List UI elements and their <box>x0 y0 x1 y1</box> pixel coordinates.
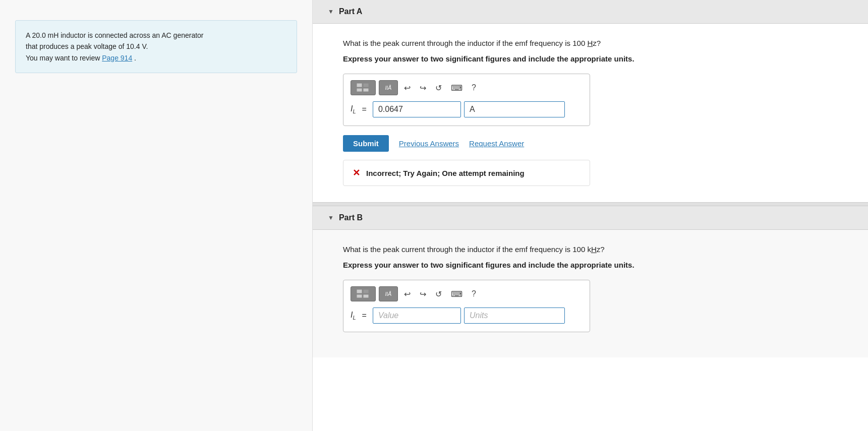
error-icon: ✕ <box>353 167 360 178</box>
part-a-request-answer-button[interactable]: Request Answer <box>469 139 524 148</box>
part-a-value-input[interactable] <box>373 101 461 117</box>
part-a-format-btn1[interactable] <box>351 80 376 95</box>
part-b-label: Part B <box>339 213 363 222</box>
part-a-submit-button[interactable]: Submit <box>343 135 389 152</box>
grid-icon-b <box>356 289 370 299</box>
part-b-subscript: L <box>353 315 356 321</box>
part-a-feedback-text: Incorrect; Try Again; One attempt remain… <box>366 169 525 177</box>
part-b-chevron-icon: ▼ <box>328 214 334 221</box>
part-b-header[interactable]: ▼ Part B <box>313 206 868 230</box>
part-b-help-btn[interactable]: ? <box>469 287 479 300</box>
part-b-instruction: Express your answer to two significant f… <box>343 260 843 271</box>
part-b-keyboard-btn[interactable]: ⌨ <box>448 287 466 301</box>
part-a-units-input[interactable] <box>464 101 565 117</box>
part-b-undo-btn[interactable]: ↩ <box>401 287 414 301</box>
part-a-submit-row: Submit Previous Answers Request Answer <box>343 135 843 152</box>
part-a-toolbar: IIÅ ↩ ↪ ↺ ⌨ ? <box>351 80 583 95</box>
svg-rect-3 <box>363 88 369 92</box>
page-link[interactable]: Page 914 <box>102 54 132 62</box>
part-a-keyboard-btn[interactable]: ⌨ <box>448 81 466 95</box>
part-a-question: What is the peak current through the ind… <box>343 38 843 49</box>
part-a-label: Part A <box>339 7 363 16</box>
part-a-content: What is the peak current through the ind… <box>313 24 868 202</box>
svg-rect-5 <box>363 289 369 293</box>
part-b-question: What is the peak current through the ind… <box>343 244 843 256</box>
svg-rect-4 <box>357 289 362 293</box>
part-a-feedback-box: ✕ Incorrect; Try Again; One attempt rema… <box>343 160 590 186</box>
part-a-undo-btn[interactable]: ↩ <box>401 81 414 95</box>
part-b-format-btn1[interactable] <box>351 286 376 301</box>
part-a-subscript: L <box>353 108 356 114</box>
part-b-redo-btn[interactable]: ↪ <box>417 287 429 301</box>
part-a-input-row: IL = <box>351 101 583 117</box>
svg-rect-1 <box>363 83 369 87</box>
part-b-content: What is the peak current through the ind… <box>313 230 868 357</box>
grid-icon <box>356 83 370 93</box>
svg-rect-7 <box>363 294 369 298</box>
part-b-format-btn2[interactable]: IIÅ <box>379 286 398 301</box>
part-b-value-input[interactable] <box>373 307 461 324</box>
part-b-variable-label: IL <box>351 311 356 321</box>
part-b-units-input[interactable] <box>464 307 565 324</box>
part-a-header[interactable]: ▼ Part A <box>313 0 868 24</box>
left-panel: A 20.0 mH inductor is connected across a… <box>0 0 313 431</box>
part-b-answer-container: IIÅ ↩ ↪ ↺ ⌨ ? IL = <box>343 280 590 332</box>
right-panel: ▼ Part A What is the peak current throug… <box>313 0 868 431</box>
parts-divider <box>313 202 868 206</box>
svg-rect-0 <box>357 83 362 87</box>
svg-rect-6 <box>357 294 362 298</box>
part-b-input-row: IL = <box>351 307 583 324</box>
part-b-toolbar: IIÅ ↩ ↪ ↺ ⌨ ? <box>351 286 583 301</box>
part-a-answer-container: IIÅ ↩ ↪ ↺ ⌨ ? IL = <box>343 74 590 126</box>
svg-rect-2 <box>357 88 362 92</box>
part-a-refresh-btn[interactable]: ↺ <box>432 81 445 95</box>
problem-description-box: A 20.0 mH inductor is connected across a… <box>15 20 297 73</box>
part-a-previous-answers-button[interactable]: Previous Answers <box>399 139 459 148</box>
part-a-variable-label: IL <box>351 104 356 114</box>
part-a-format-btn2[interactable]: IIÅ <box>379 80 398 95</box>
part-a-chevron-icon: ▼ <box>328 8 334 15</box>
part-a-redo-btn[interactable]: ↪ <box>417 81 429 95</box>
part-a-help-btn[interactable]: ? <box>469 81 479 94</box>
part-b-refresh-btn[interactable]: ↺ <box>432 287 445 301</box>
part-a-instruction: Express your answer to two significant f… <box>343 53 843 65</box>
problem-text: A 20.0 mH inductor is connected across a… <box>26 31 204 62</box>
